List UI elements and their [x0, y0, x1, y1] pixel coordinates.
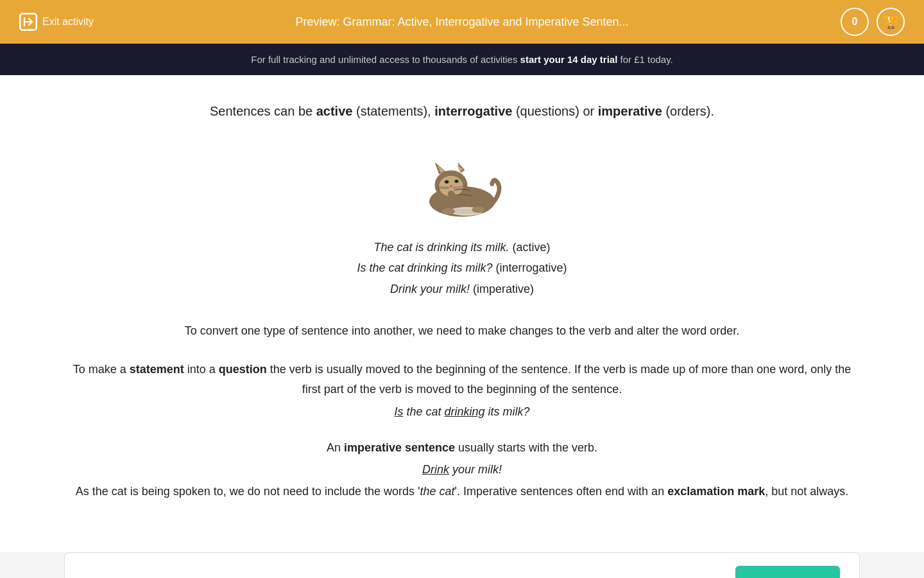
page-title: Preview: Grammar: Active, Interrogative …: [295, 15, 628, 29]
exit-label: Exit activity: [42, 16, 94, 28]
score-badge: 0: [841, 8, 869, 36]
example-interrogative-label: (interrogative): [496, 261, 567, 274]
main-content: Sentences can be active (statements), in…: [0, 75, 924, 552]
svg-point-21: [442, 208, 455, 215]
start-button[interactable]: Start: [735, 566, 840, 578]
trophy-badge: 🏆: [877, 8, 905, 36]
example-imperative: Drink your milk! (imperative): [64, 279, 860, 299]
the-cat-italic: the cat: [420, 485, 454, 498]
imperative-paragraph: An imperative sentence usually starts wi…: [64, 438, 860, 458]
cat-illustration: [407, 141, 517, 224]
is-underline: Is: [394, 405, 403, 418]
bottom-bar: This activity contains 10 questions Star…: [64, 552, 860, 578]
spoken-paragraph: As the cat is being spoken to, we do not…: [64, 482, 860, 502]
bold-statement: statement: [130, 363, 184, 376]
header: Exit activity Preview: Grammar: Active, …: [0, 0, 924, 44]
intro-paragraph: Sentences can be active (statements), in…: [64, 101, 860, 121]
svg-point-12: [446, 180, 448, 183]
bold-exclamation: exclamation mark: [667, 485, 765, 498]
banner-text-after: for £1 today.: [617, 54, 672, 65]
imperative-example: Drink your milk!: [64, 463, 860, 477]
cat-svg: [407, 141, 517, 224]
trophy-icon: 🏆: [883, 14, 899, 30]
header-right: 0 🏆: [841, 8, 905, 36]
example-imperative-italic: Drink your milk!: [390, 283, 470, 295]
intro-interrogative: interrogative: [434, 104, 512, 118]
statement-paragraph: To make a statement into a question the …: [64, 360, 860, 399]
example-active: The cat is drinking its milk. (active): [64, 237, 860, 258]
svg-point-22: [472, 206, 484, 213]
example-interrogative: Is the cat drinking its milk? (interroga…: [64, 258, 860, 278]
example-active-label: (active): [513, 241, 551, 254]
drink-underline: Drink: [422, 463, 449, 476]
convert-paragraph: To convert one type of sentence into ano…: [64, 322, 860, 340]
bold-question: question: [219, 363, 267, 376]
intro-imperative: imperative: [598, 104, 662, 118]
exit-button[interactable]: Exit activity: [19, 13, 94, 31]
score-value: 0: [852, 16, 858, 28]
svg-point-13: [456, 180, 458, 182]
imperative-example-text: Drink your milk!: [422, 463, 502, 476]
banner-cta: start your 14 day trial: [520, 54, 618, 65]
example-interrogative-italic: Is the cat drinking its milk?: [357, 261, 492, 274]
banner-text-before: For full tracking and unlimited access t…: [251, 54, 520, 65]
bold-imperative-sentence: imperative sentence: [344, 441, 455, 454]
question-example-text: Is the cat drinking its milk?: [394, 405, 529, 418]
example-imperative-label: (imperative): [473, 283, 534, 295]
intro-active: active: [316, 104, 353, 118]
cat-image-container: [64, 141, 860, 224]
exit-icon: [19, 13, 37, 31]
examples-block: The cat is drinking its milk. (active) I…: [64, 237, 860, 299]
trial-banner: For full tracking and unlimited access t…: [0, 44, 924, 75]
question-example: Is the cat drinking its milk?: [64, 405, 860, 419]
svg-point-14: [449, 185, 452, 187]
drinking-underline: drinking: [445, 405, 485, 418]
example-active-italic: The cat is drinking its milk.: [373, 241, 509, 254]
